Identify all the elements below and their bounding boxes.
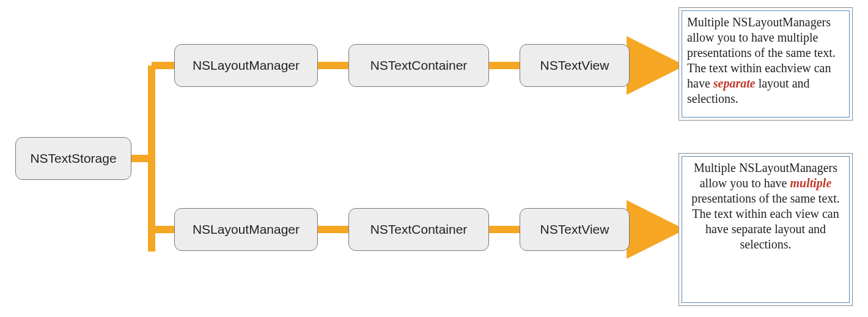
- node-nslayoutmanager-top: NSLayoutManager: [174, 44, 318, 87]
- node-nstextcontainer-bottom: NSTextContainer: [348, 208, 489, 251]
- node-label: NSTextContainer: [370, 222, 468, 237]
- textbox-bottom-em: multiple: [790, 176, 831, 190]
- textbox-top-em: separate: [713, 76, 756, 90]
- node-label: NSTextView: [540, 58, 609, 73]
- node-label: NSTextView: [540, 222, 609, 237]
- node-nstextview-top: NSTextView: [520, 44, 630, 87]
- node-label: NSLayoutManager: [193, 58, 300, 73]
- node-label: NSLayoutManager: [193, 222, 300, 237]
- node-label: NSTextStorage: [30, 151, 116, 166]
- node-nstextcontainer-top: NSTextContainer: [348, 44, 489, 87]
- textbox-bottom: Multiple NSLayoutManagers allow you to h…: [679, 153, 853, 306]
- node-label: NSTextContainer: [370, 58, 468, 73]
- node-nslayoutmanager-bottom: NSLayoutManager: [174, 208, 318, 251]
- diagram-canvas: NSTextStorage NSLayoutManager NSTextCont…: [0, 0, 868, 317]
- textbox-top: Multiple NSLayoutManagers allow you to h…: [679, 7, 853, 121]
- node-nstextview-bottom: NSTextView: [520, 208, 630, 251]
- textbox-bottom-post: presentations of the same text. The text…: [691, 192, 840, 251]
- node-nstextstorage: NSTextStorage: [15, 137, 131, 180]
